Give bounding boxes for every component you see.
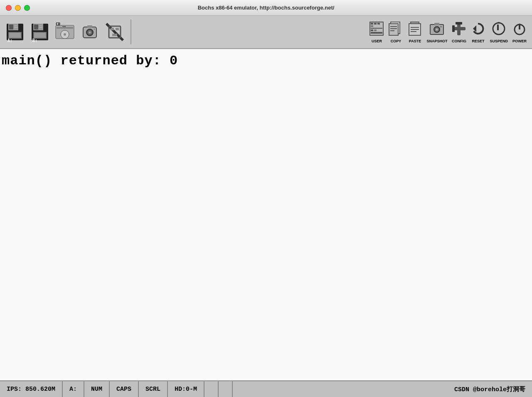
toolbar-floppy-b[interactable]: B: xyxy=(28,20,52,44)
svg-rect-50 xyxy=(411,29,419,30)
status-ips: IPS: 850.620M xyxy=(0,381,63,397)
paste-icon xyxy=(407,21,422,39)
svg-rect-37 xyxy=(371,25,373,27)
svg-rect-57 xyxy=(440,26,442,27)
screen-output: main() returned by: 0 xyxy=(2,52,530,70)
svg-rect-44 xyxy=(390,26,397,27)
svg-rect-34 xyxy=(371,23,373,25)
svg-rect-17 xyxy=(57,27,73,29)
svg-rect-23 xyxy=(87,25,92,28)
svg-rect-39 xyxy=(371,29,373,31)
toolbar-network[interactable] xyxy=(103,20,126,44)
status-a-drive: A: xyxy=(63,381,84,397)
toolbar-config-button[interactable]: CONFIG xyxy=(450,20,468,44)
svg-rect-49 xyxy=(411,27,419,28)
status-csdn: CSDN @borehole打洞哥 xyxy=(448,381,532,397)
status-num: NUM xyxy=(84,381,110,397)
snapshot-icon xyxy=(429,21,444,39)
svg-point-19 xyxy=(64,33,66,36)
svg-text:A:: A: xyxy=(7,38,12,42)
config-icon xyxy=(451,21,466,39)
status-empty-2 xyxy=(219,381,233,397)
svg-rect-2 xyxy=(9,25,13,29)
svg-rect-43 xyxy=(389,24,398,35)
svg-rect-61 xyxy=(452,25,455,32)
svg-text:CD: CD xyxy=(56,22,60,26)
window-title: Bochs x86-64 emulator, http://bochs.sour… xyxy=(198,5,335,11)
svg-rect-66 xyxy=(519,24,520,29)
config-label: CONFIG xyxy=(452,39,466,43)
status-scrl: SCRL xyxy=(139,381,168,397)
toolbar-user-button[interactable]: USER xyxy=(367,20,386,44)
svg-rect-32 xyxy=(112,34,117,36)
status-hd: HD:0-M xyxy=(168,381,204,397)
usb-icon xyxy=(79,21,101,43)
network-icon xyxy=(104,21,126,43)
status-caps: CAPS xyxy=(110,381,139,397)
svg-point-56 xyxy=(436,29,438,30)
toolbar-power-button[interactable]: Power xyxy=(510,20,529,44)
paste-label: Paste xyxy=(409,39,421,43)
reset-label: Reset xyxy=(472,39,484,43)
status-bar: IPS: 850.620M A: NUM CAPS SCRL HD:0-M CS… xyxy=(0,380,532,397)
svg-rect-41 xyxy=(371,32,382,34)
floppy-b-icon: B: xyxy=(29,21,51,43)
svg-rect-20 xyxy=(62,26,66,27)
svg-text:B:: B: xyxy=(32,38,37,42)
close-button[interactable] xyxy=(6,5,12,11)
svg-rect-31 xyxy=(116,28,119,30)
toolbar-separator-1 xyxy=(131,20,131,44)
snapshot-label: Snapshot xyxy=(426,39,447,43)
svg-rect-53 xyxy=(434,23,439,25)
svg-rect-6 xyxy=(9,33,21,38)
user-label: USER xyxy=(372,39,382,43)
cdrom-icon: CD xyxy=(54,21,76,43)
toolbar-usb[interactable] xyxy=(78,20,101,44)
maximize-button[interactable] xyxy=(24,5,30,11)
window-controls[interactable] xyxy=(6,5,30,11)
svg-rect-14 xyxy=(34,33,46,38)
svg-rect-36 xyxy=(377,23,380,25)
svg-rect-10 xyxy=(34,25,38,29)
svg-rect-64 xyxy=(497,25,499,30)
power-label: Power xyxy=(512,39,527,43)
svg-rect-35 xyxy=(374,23,377,25)
svg-rect-45 xyxy=(390,28,397,29)
floppy-a-icon: A: xyxy=(4,21,26,43)
toolbar-floppy-a[interactable]: A: xyxy=(3,20,27,44)
svg-point-26 xyxy=(89,32,91,33)
user-icon xyxy=(369,21,384,39)
svg-rect-12 xyxy=(39,27,42,28)
svg-rect-38 xyxy=(371,28,382,29)
toolbar-paste-button[interactable]: Paste xyxy=(406,20,424,44)
svg-rect-51 xyxy=(411,31,416,32)
toolbar-cdrom[interactable]: CD xyxy=(53,20,76,44)
copy-icon xyxy=(388,21,403,39)
toolbar-copy-button[interactable]: Copy xyxy=(387,20,405,44)
toolbar-snapshot-button[interactable]: Snapshot xyxy=(425,20,449,44)
status-empty-1 xyxy=(204,381,219,397)
svg-rect-30 xyxy=(111,28,114,30)
svg-rect-59 xyxy=(456,22,462,25)
toolbar-suspend-button[interactable]: Suspend xyxy=(488,20,510,44)
suspend-label: Suspend xyxy=(490,39,508,43)
title-bar: Bochs x86-64 emulator, http://bochs.sour… xyxy=(0,0,532,16)
svg-rect-40 xyxy=(374,29,377,31)
minimize-button[interactable] xyxy=(15,5,21,11)
suspend-icon xyxy=(491,21,506,39)
svg-point-27 xyxy=(94,28,95,30)
reset-icon xyxy=(470,21,485,39)
svg-rect-4 xyxy=(14,27,17,28)
toolbar-reset-button[interactable]: Reset xyxy=(469,20,487,44)
toolbar-right-group: USER Copy xyxy=(367,20,529,44)
power-icon xyxy=(512,21,527,39)
svg-rect-11 xyxy=(39,25,42,26)
copy-label: Copy xyxy=(391,39,401,43)
toolbar: A: B: xyxy=(0,16,532,49)
emulator-screen[interactable]: main() returned by: 0 xyxy=(0,49,532,380)
svg-rect-3 xyxy=(14,25,17,26)
svg-rect-46 xyxy=(390,30,394,31)
